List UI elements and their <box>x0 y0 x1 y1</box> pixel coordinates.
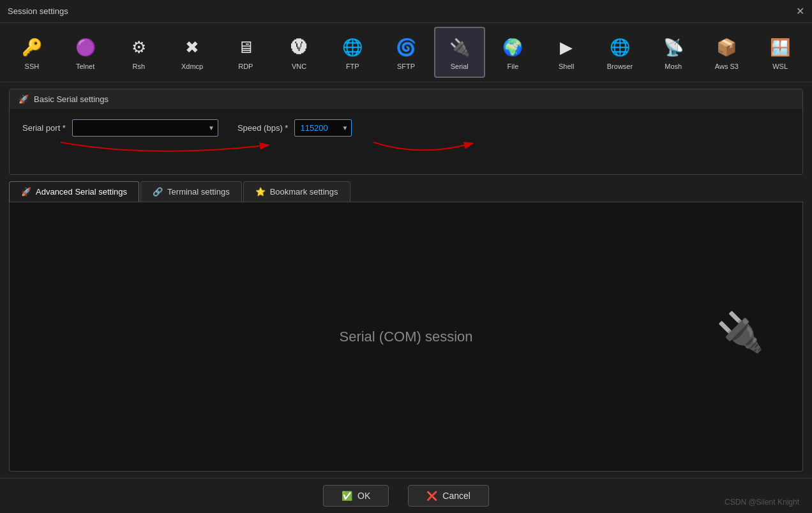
rsh-icon: ⚙ <box>126 34 151 60</box>
annotation-arrows <box>22 139 469 161</box>
toolbar-item-awss3[interactable]: 📦 Aws S3 <box>702 27 753 78</box>
tab-content-area: Serial (COM) session 🔌 <box>9 202 803 472</box>
ftp-label: FTP <box>346 63 359 70</box>
file-label: File <box>508 63 519 70</box>
wsl-label: WSL <box>772 63 788 70</box>
sftp-icon: 🌀 <box>393 34 419 60</box>
serial-port-select[interactable]: COM9 (USB Serial Port (COM9)) <box>72 119 218 137</box>
title-bar: Session settings ✕ <box>0 0 812 23</box>
ok-button[interactable]: ✅ OK <box>323 485 389 507</box>
ssh-icon: 🔑 <box>19 34 45 60</box>
ok-label: OK <box>357 491 370 501</box>
vnc-label: VNC <box>292 63 306 70</box>
xdmcp-label: Xdmcp <box>181 63 203 70</box>
serial-label: Serial <box>451 63 469 70</box>
watermark-text: CSDN @Silent Knight <box>725 498 799 507</box>
serial-port-select-wrapper: COM9 (USB Serial Port (COM9)) ▼ <box>72 119 218 137</box>
speed-select[interactable]: 115200 300 1200 2400 4800 9600 19200 384… <box>294 119 352 137</box>
shell-icon: ▶ <box>553 34 579 60</box>
cancel-label: Cancel <box>442 491 470 501</box>
basic-serial-section: 🚀 Basic Serial settings Serial port * CO… <box>9 89 803 175</box>
rdp-label: RDP <box>238 63 253 70</box>
speed-label: Speed (bps) * <box>237 123 289 133</box>
tabs-section: 🚀Advanced Serial settings🔗Terminal setti… <box>9 181 803 472</box>
awss3-label: Aws S3 <box>715 63 739 70</box>
serial-session-label: Serial (COM) session <box>339 329 472 345</box>
basic-serial-title: Basic Serial settings <box>34 94 109 104</box>
file-icon: 🌍 <box>500 34 525 60</box>
window-title: Session settings <box>8 6 68 16</box>
ok-icon: ✅ <box>342 491 352 501</box>
shell-label: Shell <box>559 63 574 70</box>
serial-icon: 🔌 <box>447 34 472 60</box>
sftp-label: SFTP <box>397 63 415 70</box>
close-button[interactable]: ✕ <box>796 6 804 17</box>
bookmark-tab-icon: ⭐ <box>255 187 266 197</box>
advanced-tab-label: Advanced Serial settings <box>36 187 127 197</box>
bookmark-tab-label: Bookmark settings <box>270 187 338 197</box>
serial-plug-icon: 🔌 <box>716 309 764 355</box>
bottom-bar: ✅ OK ❌ Cancel CSDN @Silent Knight <box>0 478 812 513</box>
toolbar-item-xdmcp[interactable]: ✖ Xdmcp <box>167 27 218 78</box>
basic-serial-body: Serial port * COM9 (USB Serial Port (COM… <box>10 109 802 174</box>
mosh-label: Mosh <box>665 63 682 70</box>
cancel-button[interactable]: ❌ Cancel <box>408 485 489 507</box>
toolbar-item-sftp[interactable]: 🌀 SFTP <box>380 27 432 78</box>
toolbar-item-telnet[interactable]: 🟣 Telnet <box>60 27 111 78</box>
toolbar-item-rsh[interactable]: ⚙ Rsh <box>113 27 164 78</box>
toolbar: 🔑 SSH 🟣 Telnet ⚙ Rsh ✖ Xdmcp 🖥 RDP 🅥 VNC… <box>0 23 812 82</box>
toolbar-item-serial[interactable]: 🔌 Serial <box>434 27 485 78</box>
advanced-tab-icon: 🚀 <box>21 187 31 197</box>
terminal-tab-icon: 🔗 <box>153 187 163 197</box>
cancel-icon: ❌ <box>426 491 437 501</box>
mosh-icon: 📡 <box>661 34 686 60</box>
rdp-icon: 🖥 <box>233 34 259 60</box>
serial-form-row: Serial port * COM9 (USB Serial Port (COM… <box>22 119 790 137</box>
telnet-icon: 🟣 <box>73 34 98 60</box>
basic-serial-header: 🚀 Basic Serial settings <box>10 89 802 109</box>
awss3-icon: 📦 <box>714 34 739 60</box>
ftp-icon: 🌐 <box>340 34 365 60</box>
tabs-row: 🚀Advanced Serial settings🔗Terminal setti… <box>9 181 803 202</box>
browser-icon: 🌐 <box>607 34 633 60</box>
ssh-label: SSH <box>25 63 40 70</box>
toolbar-item-ftp[interactable]: 🌐 FTP <box>327 27 378 78</box>
tab-bookmark[interactable]: ⭐Bookmark settings <box>243 181 350 202</box>
browser-label: Browser <box>607 63 633 70</box>
toolbar-item-browser[interactable]: 🌐 Browser <box>594 27 645 78</box>
toolbar-item-wsl[interactable]: 🪟 WSL <box>755 27 806 78</box>
toolbar-item-rdp[interactable]: 🖥 RDP <box>220 27 271 78</box>
basic-serial-icon: 🚀 <box>19 94 29 104</box>
terminal-tab-label: Terminal settings <box>167 187 230 197</box>
serial-port-label: Serial port * <box>22 123 66 133</box>
tab-terminal[interactable]: 🔗Terminal settings <box>140 181 242 202</box>
session-settings-window: Session settings ✕ 🔑 SSH 🟣 Telnet ⚙ Rsh … <box>0 0 812 513</box>
toolbar-item-ssh[interactable]: 🔑 SSH <box>6 27 57 78</box>
telnet-label: Telnet <box>76 63 94 70</box>
tab-advanced[interactable]: 🚀Advanced Serial settings <box>9 181 139 202</box>
content-area: 🚀 Basic Serial settings Serial port * CO… <box>0 82 812 478</box>
rsh-label: Rsh <box>133 63 146 70</box>
xdmcp-icon: ✖ <box>179 34 205 60</box>
speed-select-wrapper: 115200 300 1200 2400 4800 9600 19200 384… <box>294 119 352 137</box>
toolbar-item-file[interactable]: 🌍 File <box>488 27 539 78</box>
wsl-icon: 🪟 <box>767 34 793 60</box>
serial-port-group: Serial port * COM9 (USB Serial Port (COM… <box>22 119 218 137</box>
toolbar-item-vnc[interactable]: 🅥 VNC <box>274 27 325 78</box>
speed-group: Speed (bps) * 115200 300 1200 2400 4800 … <box>237 119 352 137</box>
vnc-icon: 🅥 <box>287 34 312 60</box>
toolbar-item-mosh[interactable]: 📡 Mosh <box>648 27 699 78</box>
toolbar-item-shell[interactable]: ▶ Shell <box>541 27 592 78</box>
